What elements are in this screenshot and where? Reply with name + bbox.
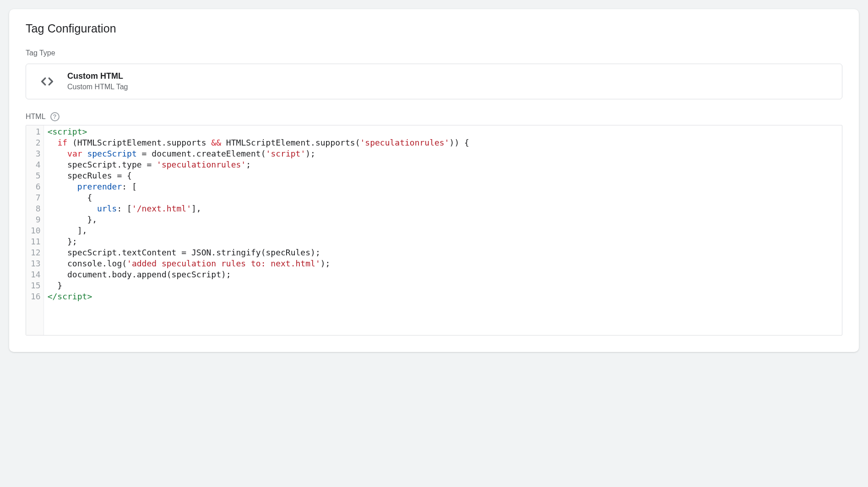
line-number-gutter: 1 2 3 4 5 6 7 8 910111213141516 (26, 125, 44, 335)
code-line: specRules = { (48, 170, 838, 181)
code-line: <script> (48, 126, 838, 137)
tag-type-selector[interactable]: Custom HTML Custom HTML Tag (26, 64, 842, 99)
line-number: 13 (31, 258, 41, 269)
tag-type-subtitle: Custom HTML Tag (67, 82, 128, 92)
html-label: HTML (26, 113, 46, 121)
line-number: 3 (31, 148, 41, 159)
code-line: prerender: [ (48, 181, 838, 192)
code-line: var specScript = document.createElement(… (48, 148, 838, 159)
line-number: 5 (31, 170, 41, 181)
html-code-editor[interactable]: 1 2 3 4 5 6 7 8 910111213141516 <script>… (26, 125, 842, 335)
line-number: 16 (31, 291, 41, 302)
code-line: { (48, 192, 838, 203)
code-brackets-icon (39, 73, 55, 90)
line-number: 2 (31, 137, 41, 148)
line-number: 11 (31, 236, 41, 247)
tag-type-label: Tag Type (26, 49, 842, 57)
line-number: 4 (31, 159, 41, 170)
code-line: } (48, 280, 838, 291)
code-line: }, (48, 214, 838, 225)
code-line: document.body.append(specScript); (48, 269, 838, 280)
line-number: 12 (31, 247, 41, 258)
help-icon[interactable]: ? (50, 112, 60, 121)
line-number: 6 (31, 181, 41, 192)
code-line: specScript.type = 'speculationrules'; (48, 159, 838, 170)
line-number: 15 (31, 280, 41, 291)
html-label-row: HTML ? (26, 112, 842, 121)
code-line: </script> (48, 291, 838, 302)
tag-type-title: Custom HTML (67, 70, 128, 82)
tag-configuration-card: Tag Configuration Tag Type Custom HTML C… (9, 9, 859, 352)
code-line: }; (48, 236, 838, 247)
line-number: 9 (31, 214, 41, 225)
code-line: specScript.textContent = JSON.stringify(… (48, 247, 838, 258)
line-number: 14 (31, 269, 41, 280)
code-area[interactable]: <script> if (HTMLScriptElement.supports … (44, 125, 842, 335)
tag-type-text: Custom HTML Custom HTML Tag (67, 70, 128, 92)
line-number: 10 (31, 225, 41, 236)
line-number: 7 (31, 192, 41, 203)
line-number: 8 (31, 203, 41, 214)
code-line: ], (48, 225, 838, 236)
line-number: 1 (31, 126, 41, 137)
code-line: if (HTMLScriptElement.supports && HTMLSc… (48, 137, 838, 148)
code-line: urls: ['/next.html'], (48, 203, 838, 214)
code-line: console.log('added speculation rules to:… (48, 258, 838, 269)
card-title: Tag Configuration (26, 22, 842, 35)
